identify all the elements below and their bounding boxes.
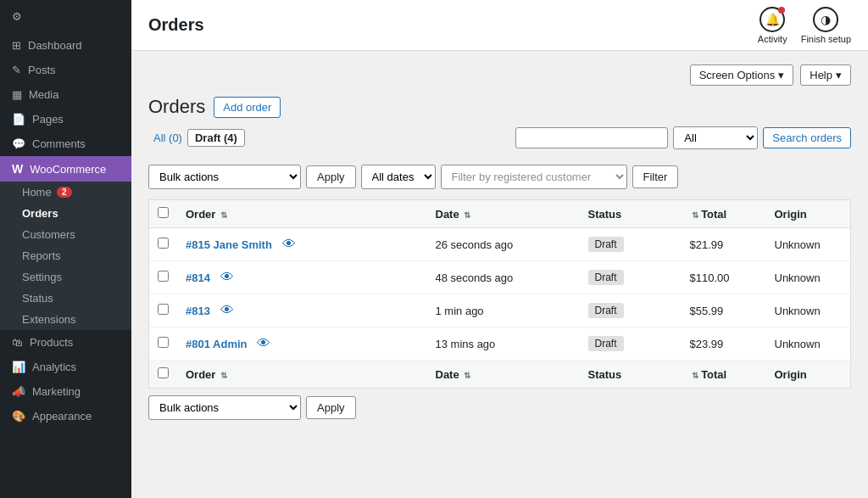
comments-icon: 💬: [12, 137, 25, 150]
sidebar-item-appearance[interactable]: 🎨 Appearance: [0, 404, 131, 428]
sidebar-sub-item-status[interactable]: Status: [0, 288, 131, 309]
help-button[interactable]: Help ▾: [800, 64, 851, 86]
sidebar-sub-item-extensions[interactable]: Extensions: [0, 309, 131, 330]
sidebar-item-woocommerce[interactable]: W WooCommerce: [0, 156, 131, 182]
page-header-left: Orders: [148, 15, 204, 35]
sidebar-sub-item-customers[interactable]: Customers: [0, 224, 131, 245]
row-checkbox[interactable]: [158, 304, 169, 315]
total-footer-sort-icon: ⇅: [692, 371, 698, 380]
status-cell: Draft: [580, 327, 682, 361]
filter-button[interactable]: Filter: [632, 165, 679, 188]
sidebar-sub-item-reports[interactable]: Reports: [0, 245, 131, 266]
screen-options-label: Screen Options: [699, 69, 776, 81]
appearance-icon: 🎨: [12, 410, 25, 422]
sidebar-item-dashboard[interactable]: ⊞ Dashboard: [0, 33, 131, 58]
sidebar-item-marketing[interactable]: 📣 Marketing: [0, 379, 131, 404]
table-row: #813 👁 1 min ago Draft $55.99 Unknown: [149, 294, 851, 327]
finish-setup-label: Finish setup: [801, 34, 851, 44]
order-link[interactable]: #814: [186, 271, 210, 284]
analytics-icon: 📊: [12, 361, 25, 373]
row-checkbox[interactable]: [158, 337, 169, 348]
date-footer-label: Date: [436, 368, 459, 381]
total-footer-header: ⇅ Total: [682, 361, 766, 389]
bulk-actions-bottom-select[interactable]: Bulk actions: [148, 395, 301, 420]
apply-button-bottom[interactable]: Apply: [306, 396, 356, 419]
chevron-down-icon: ▾: [836, 69, 842, 81]
order-column-header[interactable]: Order ⇅: [177, 200, 427, 228]
total-sort-icon: ⇅: [692, 210, 698, 220]
sidebar-item-products[interactable]: 🛍 Products: [0, 330, 131, 355]
sidebar-sub-item-orders[interactable]: Orders: [0, 203, 131, 224]
sidebar: ⚙ ⊞ Dashboard ✎ Posts ▦ Media 📄 Pages 💬 …: [0, 0, 131, 498]
order-footer-header[interactable]: Order ⇅: [177, 361, 427, 389]
order-link[interactable]: #801 Admin: [186, 338, 248, 350]
table-footer: Order ⇅ Date ⇅ Status ⇅ Total: [149, 361, 851, 389]
row-checkbox[interactable]: [158, 271, 169, 282]
order-link[interactable]: #813: [186, 305, 210, 317]
total-cell: $110.00: [682, 261, 766, 294]
select-all-footer: [149, 361, 178, 389]
sidebar-sub-item-settings[interactable]: Settings: [0, 266, 131, 288]
tab-draft[interactable]: Draft (4): [187, 129, 245, 147]
apply-button-top[interactable]: Apply: [306, 165, 356, 188]
sidebar-sub-label: Orders: [22, 207, 58, 220]
status-cell: Draft: [580, 261, 682, 294]
status-column-header: Status: [580, 200, 682, 228]
eye-icon[interactable]: 👁: [220, 270, 234, 284]
date-cell: 1 min ago: [427, 294, 580, 327]
eye-icon[interactable]: 👁: [257, 336, 270, 350]
select-all-footer-checkbox[interactable]: [158, 367, 169, 378]
status-badge: Draft: [588, 270, 624, 285]
origin-footer-header: Origin: [766, 361, 851, 389]
sidebar-item-comments[interactable]: 💬 Comments: [0, 131, 131, 156]
table-header: Order ⇅ Date ⇅ Status ⇅ Total: [149, 200, 851, 228]
sidebar-item-label: Analytics: [32, 361, 76, 373]
orders-content: Screen Options ▾ Help ▾ Orders Add order…: [131, 51, 868, 434]
select-all-checkbox[interactable]: [158, 207, 169, 218]
search-type-select[interactable]: All: [673, 126, 758, 149]
row-checkbox[interactable]: [158, 238, 169, 249]
finish-setup-button[interactable]: ◑ Finish setup: [801, 7, 851, 44]
page-header-right: 🔔 Activity ◑ Finish setup: [758, 7, 851, 44]
activity-button[interactable]: 🔔 Activity: [758, 7, 787, 44]
sidebar-item-label: Pages: [32, 113, 64, 126]
add-order-button[interactable]: Add order: [214, 97, 281, 118]
origin-cell: Unknown: [766, 228, 851, 261]
search-bar: All Search orders: [515, 126, 851, 149]
search-orders-button[interactable]: Search orders: [763, 127, 851, 148]
origin-cell: Unknown: [766, 327, 851, 361]
eye-icon[interactable]: 👁: [220, 303, 234, 317]
content-area: Screen Options ▾ Help ▾ Orders Add order…: [131, 51, 868, 498]
activity-icon: 🔔: [760, 7, 785, 32]
date-cell: 13 mins ago: [427, 327, 580, 361]
sidebar-item-pages[interactable]: 📄 Pages: [0, 107, 131, 131]
search-input[interactable]: [515, 127, 668, 148]
sidebar-item-posts[interactable]: ✎ Posts: [0, 58, 131, 82]
sidebar-item-label: Comments: [32, 137, 86, 150]
tab-all[interactable]: All (0): [148, 130, 187, 146]
sidebar-sub-label: Extensions: [22, 313, 76, 326]
origin-column-header: Origin: [766, 200, 851, 228]
bulk-actions-select[interactable]: Bulk actions: [148, 165, 301, 189]
row-checkbox-cell: [149, 327, 178, 361]
total-cell: $55.99: [682, 294, 766, 327]
total-cell: $23.99: [682, 327, 766, 361]
order-footer-sort-icon: ⇅: [220, 371, 227, 380]
customer-filter-select[interactable]: Filter by registered customer: [441, 165, 627, 189]
order-link[interactable]: #815 Jane Smith: [186, 238, 272, 251]
sidebar-sub-label: Settings: [22, 271, 62, 283]
sidebar-sub-item-home[interactable]: Home 2: [0, 182, 131, 203]
orders-table: Order ⇅ Date ⇅ Status ⇅ Total: [148, 199, 851, 389]
eye-icon[interactable]: 👁: [282, 237, 296, 251]
status-badge: Draft: [588, 303, 624, 318]
table-row: #814 👁 48 seconds ago Draft $110.00 Unkn…: [149, 261, 851, 294]
orders-page-title: Orders: [148, 96, 205, 118]
date-cell: 48 seconds ago: [427, 261, 580, 294]
screen-options-button[interactable]: Screen Options ▾: [690, 64, 794, 86]
wp-logo-icon: ⚙: [12, 10, 22, 23]
sidebar-item-media[interactable]: ▦ Media: [0, 82, 131, 107]
dates-select[interactable]: All dates: [361, 165, 436, 189]
table-body: #815 Jane Smith 👁 26 seconds ago Draft $…: [149, 228, 851, 361]
bulk-actions-bottom: Bulk actions Apply: [148, 395, 851, 420]
sidebar-item-analytics[interactable]: 📊 Analytics: [0, 355, 131, 379]
